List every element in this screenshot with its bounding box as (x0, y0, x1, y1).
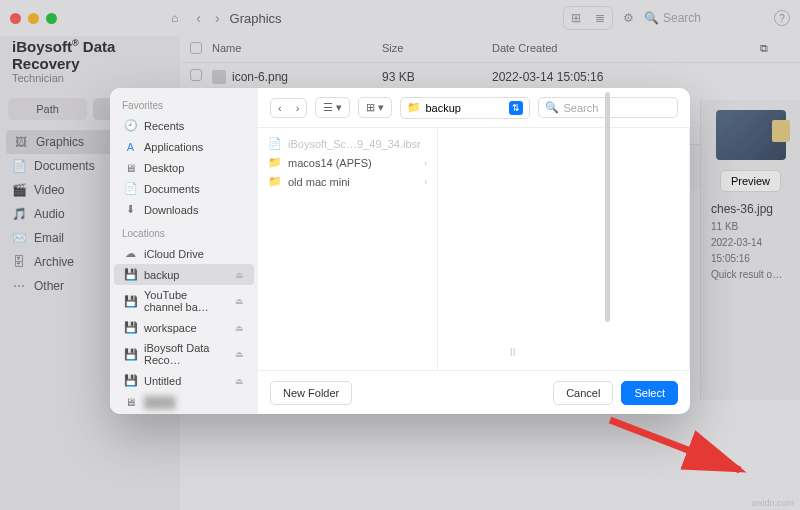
eject-icon[interactable]: ⏏ (235, 270, 244, 280)
sidebar-label: workspace (144, 322, 197, 334)
sidebar-icon: 🕘 (124, 119, 137, 132)
drive-icon: ☁︎ (124, 247, 137, 260)
drive-icon: 💾 (124, 348, 137, 361)
sidebar-label: backup (144, 269, 179, 281)
sidebar-item-recents[interactable]: 🕘Recents (114, 115, 254, 136)
sidebar-label: YouTube channel ba… (144, 289, 228, 313)
sidebar-item-network[interactable]: 🌐Network (114, 412, 254, 414)
sidebar-label: Applications (144, 141, 203, 153)
sidebar-label: Recents (144, 120, 184, 132)
chevron-updown-icon: ⇅ (509, 101, 523, 115)
item-label: iBoysoft_Sc…9_49_34.ibsr (288, 138, 421, 150)
sidebar-label: ████ (144, 396, 175, 408)
sidebar-item-applications[interactable]: AApplications (114, 136, 254, 157)
folder-icon: 📁 (268, 175, 282, 188)
chevron-right-icon: › (424, 177, 427, 187)
eject-icon[interactable]: ⏏ (235, 376, 244, 386)
dialog-group[interactable]: ⊞ ▾ (358, 97, 392, 118)
eject-icon[interactable]: ⏏ (235, 349, 244, 359)
sidebar-heading-locations: Locations (110, 226, 258, 243)
sidebar-icon: 📄 (124, 182, 137, 195)
folder-icon: 📁 (407, 101, 421, 114)
dialog-column-empty: II (438, 128, 690, 370)
drive-icon: 💾 (124, 321, 137, 334)
sidebar-label: iBoysoft Data Reco… (144, 342, 228, 366)
browser-item[interactable]: 📁old mac mini› (258, 172, 437, 191)
sidebar-label: Desktop (144, 162, 184, 174)
new-folder-button[interactable]: New Folder (270, 381, 352, 405)
chevron-right-icon: › (424, 158, 427, 168)
item-label: old mac mini (288, 176, 350, 188)
sidebar-label: Documents (144, 183, 200, 195)
item-label: macos14 (APFS) (288, 157, 372, 169)
drive-icon: 🖥 (124, 395, 137, 408)
folder-icon: 📁 (268, 156, 282, 169)
sidebar-item-downloads[interactable]: ⬇︎Downloads (114, 199, 254, 220)
sidebar-item-hidden[interactable]: 🖥████ (114, 391, 254, 412)
sidebar-label: Downloads (144, 204, 198, 216)
sidebar-item-desktop[interactable]: 🖥Desktop (114, 157, 254, 178)
folder-picker-dialog: Favorites 🕘RecentsAApplications🖥Desktop📄… (110, 88, 690, 414)
browser-item[interactable]: 📁macos14 (APFS)› (258, 153, 437, 172)
sidebar-scrollbar[interactable] (605, 92, 610, 322)
sidebar-item-youtube-channel-ba-[interactable]: 💾YouTube channel ba…⏏ (114, 285, 254, 317)
sidebar-item-untitled[interactable]: 💾Untitled⏏ (114, 370, 254, 391)
sidebar-heading-favorites: Favorites (110, 98, 258, 115)
sidebar-label: iCloud Drive (144, 248, 204, 260)
file-icon: 📄 (268, 137, 282, 150)
sidebar-icon: 🖥 (124, 161, 137, 174)
dialog-folder-select[interactable]: 📁 backup ⇅ (400, 97, 530, 119)
eject-icon[interactable]: ⏏ (235, 323, 244, 333)
drive-icon: 💾 (124, 268, 137, 281)
sidebar-item-workspace[interactable]: 💾workspace⏏ (114, 317, 254, 338)
select-button[interactable]: Select (621, 381, 678, 405)
cancel-button[interactable]: Cancel (553, 381, 613, 405)
resize-handle[interactable]: II (510, 347, 516, 358)
sidebar-item-icloud-drive[interactable]: ☁︎iCloud Drive (114, 243, 254, 264)
sidebar-icon: ⬇︎ (124, 203, 137, 216)
dialog-nav[interactable]: ‹› (270, 98, 307, 118)
drive-icon: 💾 (124, 295, 137, 308)
drive-icon: 💾 (124, 374, 137, 387)
search-icon: 🔍 (545, 101, 559, 114)
sidebar-icon: A (124, 140, 137, 153)
eject-icon[interactable]: ⏏ (235, 296, 244, 306)
watermark: wsidn.com (751, 498, 794, 508)
sidebar-label: Untitled (144, 375, 181, 387)
dialog-view-columns[interactable]: ☰ ▾ (315, 97, 350, 118)
sidebar-item-iboysoft-data-reco-[interactable]: 💾iBoysoft Data Reco…⏏ (114, 338, 254, 370)
sidebar-item-backup[interactable]: 💾backup⏏ (114, 264, 254, 285)
browser-item[interactable]: 📄iBoysoft_Sc…9_49_34.ibsr (258, 134, 437, 153)
dialog-folder-name: backup (425, 102, 460, 114)
dialog-search-placeholder: Search (563, 102, 598, 114)
sidebar-item-documents[interactable]: 📄Documents (114, 178, 254, 199)
